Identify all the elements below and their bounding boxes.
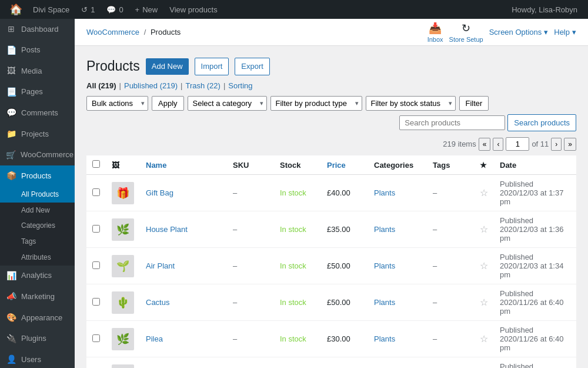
product-category-link[interactable]: Plants	[374, 261, 395, 270]
store-setup-icon: ↻	[462, 22, 470, 35]
sidebar-item-plugins[interactable]: 🔌 Plugins	[0, 329, 75, 350]
store-setup-button[interactable]: ↻ Store Setup	[449, 22, 483, 43]
product-name-cell: Gift Bag	[140, 175, 227, 211]
submenu-categories[interactable]: Categories	[0, 218, 75, 234]
row-checkbox[interactable]	[92, 298, 100, 306]
row-checkbox[interactable]	[92, 334, 100, 342]
bulk-actions-select[interactable]: Bulk actions	[86, 96, 148, 111]
sidebar-item-users[interactable]: 👤 Users	[0, 349, 75, 368]
product-price-cell: £30.00	[321, 321, 368, 357]
name-header[interactable]: Name	[140, 155, 227, 175]
products-table: 🖼 Name SKU Stock Price Categories Tags ★…	[86, 155, 576, 368]
search-button[interactable]: Search products	[507, 114, 576, 132]
product-sku-cell: –	[227, 357, 274, 369]
search-input[interactable]	[399, 115, 505, 130]
export-button[interactable]: Export	[235, 58, 270, 75]
sidebar-item-posts[interactable]: 📄 Posts	[0, 40, 75, 61]
featured-star-icon[interactable]: ☆	[480, 224, 488, 234]
help-button[interactable]: Help ▾	[554, 28, 576, 37]
submenu-attributes[interactable]: Attributes	[0, 250, 75, 266]
add-new-button[interactable]: Add New	[146, 58, 189, 75]
product-price-cell: £50.00	[321, 284, 368, 321]
featured-star-icon[interactable]: ☆	[480, 297, 488, 307]
help-label: Help	[554, 28, 570, 37]
product-category-link[interactable]: Plants	[374, 225, 395, 234]
tab-all[interactable]: All (219)	[86, 81, 116, 90]
products-icon: 📦	[6, 170, 16, 182]
sidebar-item-analytics[interactable]: 📊 Analytics	[0, 266, 75, 287]
updates-item[interactable]: ↺ 1	[75, 0, 101, 19]
last-page-button[interactable]: »	[564, 138, 576, 151]
site-name[interactable]: Divi Space	[27, 0, 75, 19]
product-category-link[interactable]: Plants	[374, 298, 395, 307]
product-name-link[interactable]: Pilea	[146, 334, 163, 343]
product-tags-cell: –	[427, 321, 474, 357]
apply-button[interactable]: Apply	[152, 96, 184, 111]
sidebar-item-dashboard[interactable]: ⊞ Dashboard	[0, 19, 75, 40]
featured-star-icon[interactable]: ☆	[480, 334, 488, 344]
product-tags-cell: –	[427, 211, 474, 248]
tab-trash[interactable]: Trash (22)	[185, 81, 220, 90]
product-category-link[interactable]: Plants	[374, 188, 395, 197]
tab-sorting[interactable]: Sorting	[228, 81, 252, 90]
product-name-link[interactable]: House Plant	[146, 225, 188, 234]
screen-options-button[interactable]: Screen Options ▾	[489, 28, 549, 37]
sidebar-label: Analytics	[21, 270, 52, 281]
row-checkbox[interactable]	[92, 188, 100, 196]
row-checkbox[interactable]	[92, 261, 100, 269]
sidebar-label: Projects	[21, 129, 49, 140]
product-sku-cell: –	[227, 284, 274, 321]
view-products[interactable]: View products	[163, 0, 223, 19]
product-category-link[interactable]: Plants	[374, 334, 395, 343]
filter-button[interactable]: Filter	[459, 96, 489, 111]
first-page-button[interactable]: «	[479, 138, 491, 151]
sidebar-item-projects[interactable]: 📁 Projects	[0, 124, 75, 145]
category-select[interactable]: Select a category	[188, 96, 267, 111]
admin-bar: 🏠 Divi Space ↺ 1 💬 0 + New View products…	[0, 0, 588, 19]
submenu-all-products[interactable]: All Products	[0, 187, 75, 203]
new-item[interactable]: + New	[129, 0, 164, 19]
stock-status-select[interactable]: Filter by stock status	[366, 96, 456, 111]
comments-item[interactable]: 💬 0	[101, 0, 129, 19]
table-header: 🖼 Name SKU Stock Price Categories Tags ★…	[86, 155, 576, 175]
sidebar-item-products[interactable]: 📦 Products	[0, 165, 75, 187]
breadcrumb-separator: /	[144, 28, 146, 37]
row-checkbox-cell	[86, 357, 106, 369]
sidebar-item-appearance[interactable]: 🎨 Appearance	[0, 307, 75, 329]
featured-star-icon[interactable]: ☆	[480, 261, 488, 271]
inbox-button[interactable]: 📥 Inbox	[427, 22, 443, 43]
submenu-add-new[interactable]: Add New	[0, 203, 75, 218]
select-all-checkbox[interactable]	[92, 160, 100, 168]
prev-page-button[interactable]: ‹	[493, 138, 503, 151]
product-name-link[interactable]: Gift Bag	[146, 188, 173, 197]
featured-star-icon[interactable]: ☆	[480, 188, 488, 198]
wp-logo-icon[interactable]: 🏠	[5, 3, 27, 16]
row-checkbox[interactable]	[92, 225, 100, 233]
submenu-tags[interactable]: Tags	[0, 234, 75, 250]
price-header[interactable]: Price	[321, 155, 368, 175]
sidebar-item-media[interactable]: 🖼 Media	[0, 61, 75, 82]
product-featured-cell: ☆	[474, 284, 494, 321]
product-type-select[interactable]: Filter by product type	[270, 96, 362, 111]
product-date-cell: Published2020/12/03 at 1:37 pm	[494, 175, 576, 211]
sidebar-item-pages[interactable]: 📃 Pages	[0, 82, 75, 103]
sidebar-item-marketing[interactable]: 📣 Marketing	[0, 286, 75, 307]
pages-icon: 📃	[6, 87, 16, 98]
next-page-button[interactable]: ›	[551, 138, 562, 151]
breadcrumb-parent[interactable]: WooCommerce	[86, 28, 139, 37]
product-thumbnail: 🌱	[112, 255, 134, 277]
sidebar-item-comments[interactable]: 💬 Comments	[0, 102, 75, 124]
tab-published[interactable]: Published (219)	[124, 81, 178, 90]
breadcrumb-current: Products	[151, 28, 181, 37]
product-thumbnail: 🌿	[112, 218, 134, 241]
sidebar-label: Pages	[21, 87, 43, 97]
comments-nav-icon: 💬	[6, 107, 16, 119]
import-button[interactable]: Import	[195, 58, 229, 75]
product-thumbnail: 🌾	[112, 364, 134, 369]
sidebar-label: Plugins	[21, 333, 46, 344]
sidebar-item-woocommerce[interactable]: 🛒 WooCommerce	[0, 145, 75, 166]
sidebar-label: Users	[21, 354, 41, 365]
product-name-link[interactable]: Air Plant	[146, 261, 175, 270]
current-page-input[interactable]	[506, 137, 529, 151]
product-name-link[interactable]: Cactus	[146, 298, 169, 307]
